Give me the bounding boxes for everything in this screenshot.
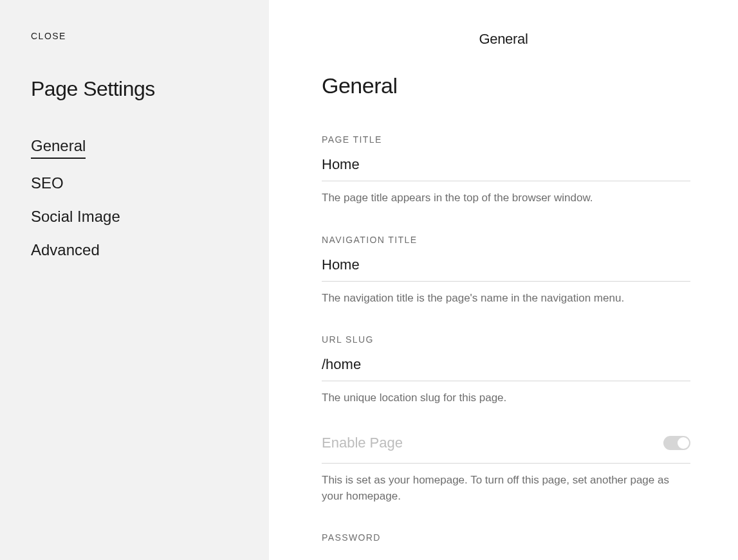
page-title-input[interactable] — [322, 156, 690, 181]
field-enable-page: Enable Page This is set as your homepage… — [322, 435, 690, 504]
navigation-title-help: The navigation title is the page's name … — [322, 291, 690, 307]
navigation-title-label: NAVIGATION TITLE — [322, 235, 690, 245]
section-heading: General — [322, 73, 690, 98]
url-slug-help: The unique location slug for this page. — [322, 390, 690, 406]
sidebar-item-social-image[interactable]: Social Image — [31, 208, 120, 226]
toggle-knob-icon — [678, 437, 689, 449]
page-title-help: The page title appears in the top of the… — [322, 190, 690, 206]
main-header-title: General — [269, 0, 738, 48]
sidebar-title: Page Settings — [31, 77, 238, 101]
url-slug-input[interactable] — [322, 356, 690, 381]
sidebar-item-advanced[interactable]: Advanced — [31, 241, 100, 259]
field-url-slug: URL SLUG The unique location slug for th… — [322, 334, 690, 406]
page-title-label: PAGE TITLE — [322, 134, 690, 145]
navigation-title-input[interactable] — [322, 257, 690, 282]
enable-page-help: This is set as your homepage. To turn of… — [322, 473, 690, 504]
url-slug-label: URL SLUG — [322, 334, 690, 345]
close-button[interactable]: CLOSE — [31, 31, 238, 41]
enable-page-toggle[interactable] — [663, 436, 690, 450]
main-body: General PAGE TITLE The page title appear… — [269, 48, 738, 560]
main-panel: General General PAGE TITLE The page titl… — [269, 0, 738, 560]
field-page-title: PAGE TITLE The page title appears in the… — [322, 134, 690, 206]
field-password: PASSWORD — [322, 532, 690, 543]
enable-page-label: Enable Page — [322, 435, 403, 451]
settings-sidebar: CLOSE Page Settings General SEO Social I… — [0, 0, 269, 560]
field-navigation-title: NAVIGATION TITLE The navigation title is… — [322, 235, 690, 307]
sidebar-item-general[interactable]: General — [31, 137, 86, 159]
password-label: PASSWORD — [322, 532, 690, 543]
enable-page-row: Enable Page — [322, 435, 690, 464]
sidebar-item-seo[interactable]: SEO — [31, 174, 64, 192]
